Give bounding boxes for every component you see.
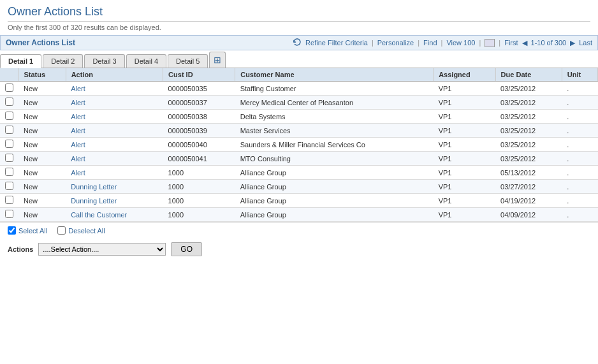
action-link[interactable]: Call the Customer [71, 211, 127, 219]
toolbar-row: Owner Actions List Refine Filter Criteri… [0, 35, 598, 50]
action-link[interactable]: Alert [71, 85, 85, 92]
row-unit: . [562, 180, 597, 194]
first-link[interactable]: First [504, 39, 518, 47]
row-action[interactable]: Call the Customer [66, 208, 163, 222]
row-status: New [18, 82, 66, 96]
row-action[interactable]: Dunning Letter [66, 180, 163, 194]
row-checkbox[interactable] [5, 182, 13, 190]
row-checkbox[interactable] [5, 168, 13, 176]
refresh-icon[interactable] [293, 38, 302, 48]
find-link[interactable]: Find [423, 39, 437, 47]
footer-bar: Select All Deselect All [0, 222, 598, 238]
tab-detail1[interactable]: Detail 1 [0, 54, 41, 68]
row-checkbox[interactable] [5, 154, 13, 162]
actions-label: Actions [8, 245, 33, 253]
th-assigned: Assigned [434, 68, 495, 82]
deselect-all-area: Deselect All [57, 226, 105, 235]
row-status: New [18, 110, 66, 124]
row-action[interactable]: Alert [66, 82, 163, 96]
row-assigned: VP1 [434, 138, 495, 152]
row-checkbox[interactable] [5, 126, 13, 134]
row-assigned: VP1 [434, 180, 495, 194]
row-due-date: 03/25/2012 [495, 138, 562, 152]
row-customer-name: Saunders & Miller Financial Services Co [235, 138, 434, 152]
action-link[interactable]: Dunning Letter [71, 183, 117, 191]
row-action[interactable]: Dunning Letter [66, 194, 163, 208]
row-assigned: VP1 [434, 152, 495, 166]
row-customer-name: Alliance Group [235, 166, 434, 180]
row-status: New [18, 124, 66, 138]
row-action[interactable]: Alert [66, 138, 163, 152]
next-page-icon[interactable]: ▶ [570, 39, 575, 47]
row-checkbox[interactable] [5, 210, 13, 218]
action-link[interactable]: Alert [71, 155, 85, 163]
row-due-date: 04/09/2012 [495, 208, 562, 222]
row-assigned: VP1 [434, 110, 495, 124]
row-action[interactable]: Alert [66, 166, 163, 180]
tab-detail3[interactable]: Detail 3 [84, 54, 124, 68]
tab-detail4[interactable]: Detail 4 [126, 54, 166, 68]
row-checkbox[interactable] [5, 98, 13, 106]
row-status: New [18, 166, 66, 180]
row-checkbox[interactable] [5, 84, 13, 92]
page-header: Owner Actions List Only the first 300 of… [0, 0, 598, 35]
row-customer-name: Master Services [235, 124, 434, 138]
action-link[interactable]: Alert [71, 113, 85, 120]
row-action[interactable]: Alert [66, 96, 163, 110]
table-row: NewAlert0000050041MTO ConsultingVP103/25… [0, 152, 598, 166]
row-checkbox[interactable] [5, 112, 13, 120]
row-due-date: 03/27/2012 [495, 180, 562, 194]
action-link[interactable]: Alert [71, 127, 85, 135]
th-status: Status [18, 68, 66, 82]
grid-icon[interactable] [485, 39, 495, 47]
row-unit: . [562, 208, 597, 222]
row-customer-name: Staffing Customer [235, 82, 434, 96]
personalize-link[interactable]: Personalize [377, 39, 414, 47]
tab-detail5[interactable]: Detail 5 [168, 54, 208, 68]
action-link[interactable]: Alert [71, 141, 85, 149]
data-table: Status Action Cust ID Customer Name Assi… [0, 68, 598, 222]
th-customer-name: Customer Name [235, 68, 434, 82]
row-cust-id: 0000050038 [163, 110, 235, 124]
row-action[interactable]: Alert [66, 124, 163, 138]
action-link[interactable]: Alert [71, 169, 85, 177]
row-cust-id: 0000050040 [163, 138, 235, 152]
row-unit: . [562, 110, 597, 124]
deselect-all-link[interactable]: Deselect All [68, 227, 105, 235]
row-action[interactable]: Alert [66, 152, 163, 166]
tab-grid-icon[interactable]: ⊞ [209, 52, 226, 68]
row-action[interactable]: Alert [66, 110, 163, 124]
refine-filter-link[interactable]: Refine Filter Criteria [305, 39, 368, 47]
actions-select[interactable]: ....Select Action.... [38, 243, 166, 256]
page-title: Owner Actions List [8, 5, 590, 22]
row-cust-id: 1000 [163, 166, 235, 180]
row-customer-name: Alliance Group [235, 194, 434, 208]
row-unit: . [562, 152, 597, 166]
row-assigned: VP1 [434, 124, 495, 138]
tabs-row: Detail 1 Detail 2 Detail 3 Detail 4 Deta… [0, 52, 598, 68]
table-row: NewDunning Letter1000Alliance GroupVP103… [0, 180, 598, 194]
table-row: NewAlert0000050040Saunders & Miller Fina… [0, 138, 598, 152]
prev-page-icon[interactable]: ◀ [522, 39, 527, 47]
th-unit: Unit [562, 68, 597, 82]
row-cust-id: 0000050041 [163, 152, 235, 166]
row-unit: . [562, 124, 597, 138]
row-checkbox[interactable] [5, 140, 13, 148]
row-customer-name: Alliance Group [235, 180, 434, 194]
row-checkbox[interactable] [5, 196, 13, 204]
view-link[interactable]: View 100 [446, 39, 475, 47]
action-link[interactable]: Alert [71, 99, 85, 106]
table-row: NewAlert0000050039Master ServicesVP103/2… [0, 124, 598, 138]
select-all-link[interactable]: Select All [18, 227, 47, 235]
table-row: NewAlert0000050038Delta SystemsVP103/25/… [0, 110, 598, 124]
go-button[interactable]: GO [171, 242, 202, 256]
action-link[interactable]: Dunning Letter [71, 197, 117, 205]
deselect-all-checkbox[interactable] [57, 226, 66, 235]
last-link[interactable]: Last [579, 39, 592, 47]
row-status: New [18, 138, 66, 152]
select-all-checkbox[interactable] [8, 226, 16, 235]
row-due-date: 05/13/2012 [495, 166, 562, 180]
tab-detail2[interactable]: Detail 2 [43, 54, 83, 68]
row-customer-name: Alliance Group [235, 208, 434, 222]
row-cust-id: 1000 [163, 180, 235, 194]
